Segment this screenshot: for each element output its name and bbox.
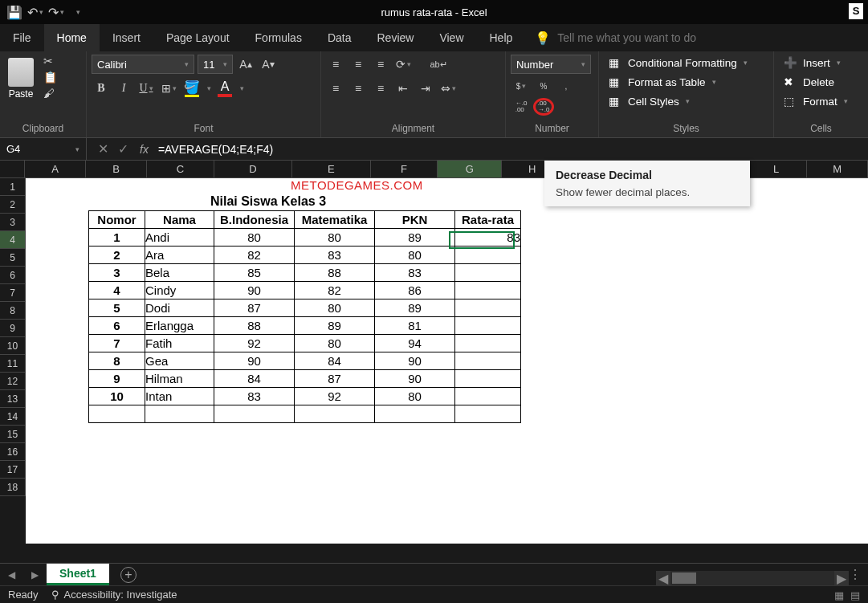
insert-cells-button[interactable]: ➕Insert▾ [779,55,853,71]
font-name-combo[interactable]: Calibri▾ [92,55,194,74]
row-header-12[interactable]: 12 [0,373,26,390]
tab-home[interactable]: Home [44,24,100,51]
format-painter-icon[interactable]: 🖌 [43,87,57,100]
scroll-right-icon[interactable]: ▶ [834,571,849,585]
tab-insert[interactable]: Insert [100,24,153,51]
conditional-formatting-button[interactable]: ▦Conditional Formatting▾ [604,55,752,71]
row-header-11[interactable]: 11 [0,355,26,373]
sheet-nav-prev-icon[interactable]: ◀ [0,569,23,581]
select-all-corner[interactable] [0,161,25,177]
percent-icon[interactable]: % [533,77,554,95]
cell-styles-button[interactable]: ▦Cell Styles▾ [604,93,752,109]
share-button[interactable]: S [849,3,863,19]
decrease-font-icon[interactable]: A▾ [259,55,278,74]
increase-indent-icon[interactable]: ⇥ [416,79,435,98]
tab-split-icon[interactable]: ⋮ [849,567,862,582]
align-right-icon[interactable]: ≡ [371,79,390,98]
tab-file[interactable]: File [0,24,44,51]
merge-center-icon[interactable]: ⇔▾ [438,79,458,98]
tab-view[interactable]: View [426,24,476,51]
tab-review[interactable]: Review [365,24,427,51]
normal-view-icon[interactable]: ▦ [834,589,844,601]
align-left-icon[interactable]: ≡ [326,79,345,98]
col-header-E[interactable]: E [292,161,370,177]
scroll-left-icon[interactable]: ◀ [656,571,670,585]
undo-icon[interactable]: ↶▾ [27,4,43,20]
qat-customize-icon[interactable]: ▾ [69,4,85,20]
copy-icon[interactable]: 📋 [43,71,57,84]
sheet-tab-active[interactable]: Sheet1 [47,564,109,585]
italic-button[interactable]: I [114,79,133,98]
row-header-13[interactable]: 13 [0,390,26,408]
enter-formula-icon[interactable]: ✓ [118,141,128,157]
number-format-combo[interactable]: Number▾ [511,55,591,74]
name-box[interactable]: G4▾ [0,138,87,160]
paste-button[interactable]: Paste [5,55,37,103]
increase-font-icon[interactable]: A▴ [236,55,255,74]
row-header-5[interactable]: 5 [0,249,26,267]
row-header-16[interactable]: 16 [0,443,26,461]
row-header-2[interactable]: 2 [0,196,26,214]
row-header-9[interactable]: 9 [0,320,26,337]
orientation-icon[interactable]: ⟳▾ [393,55,413,74]
formula-input[interactable] [158,143,868,156]
row-header-8[interactable]: 8 [0,302,26,320]
delete-cells-button[interactable]: ✖Delete [779,74,853,90]
tab-help[interactable]: Help [477,24,526,51]
col-header-F[interactable]: F [371,161,438,177]
wrap-text-icon[interactable]: ab↵ [429,55,448,74]
cells-grid[interactable]: METODEGAMES.COM Nilai Siswa Kelas 3 Nomo… [26,178,868,544]
col-header-L[interactable]: L [746,161,807,177]
horizontal-scrollbar[interactable]: ◀ ▶ [656,571,849,585]
row-header-1[interactable]: 1 [0,178,26,196]
cancel-formula-icon[interactable]: ✕ [98,141,108,157]
watermark-text: METODEGAMES.COM [291,178,423,192]
decrease-indent-icon[interactable]: ⇤ [393,79,413,98]
align-bottom-icon[interactable]: ≡ [371,55,390,74]
row-header-4[interactable]: 4 [0,231,26,249]
accessibility-status[interactable]: ⚲Accessibility: Investigate [51,589,177,601]
row-header-15[interactable]: 15 [0,426,26,443]
redo-icon[interactable]: ↷▾ [48,4,64,20]
sheet-nav-next-icon[interactable]: ▶ [23,569,47,581]
format-as-table-button[interactable]: ▦Format as Table▾ [604,74,752,90]
page-layout-view-icon[interactable]: ▤ [850,589,860,601]
row-header-10[interactable]: 10 [0,337,26,355]
row-header-6[interactable]: 6 [0,267,26,284]
row-header-17[interactable]: 17 [0,461,26,479]
col-header-C[interactable]: C [147,161,214,177]
tab-page-layout[interactable]: Page Layout [153,24,242,51]
comma-style-icon[interactable]: , [556,77,577,95]
row-header-3[interactable]: 3 [0,214,26,231]
bold-button[interactable]: B [92,79,111,98]
fill-color-button[interactable]: 🪣 [181,79,202,97]
tab-formulas[interactable]: Formulas [242,24,315,51]
row-header-7[interactable]: 7 [0,284,26,302]
add-sheet-button[interactable]: + [120,567,137,583]
underline-button[interactable]: U▾ [137,79,156,98]
tab-data[interactable]: Data [315,24,365,51]
row-headers[interactable]: 123456789101112131415161718 [0,178,26,496]
col-header-B[interactable]: B [86,161,147,177]
row-header-18[interactable]: 18 [0,479,26,496]
row-header-14[interactable]: 14 [0,408,26,426]
cut-icon[interactable]: ✂ [43,55,57,67]
accounting-format-icon[interactable]: $▾ [511,77,532,95]
col-header-A[interactable]: A [25,161,86,177]
save-icon[interactable]: 💾 [6,4,22,20]
col-header-G[interactable]: G [438,161,502,177]
decrease-decimal-icon[interactable]: .00→.0 [533,98,554,116]
col-header-M[interactable]: M [807,161,868,177]
borders-button[interactable]: ⊞▾ [159,79,178,98]
fx-icon[interactable]: fx [140,143,149,156]
align-top-icon[interactable]: ≡ [326,55,345,74]
group-label-alignment: Alignment [326,121,500,136]
tell-me-input[interactable] [557,31,766,44]
format-cells-button[interactable]: ⬚Format▾ [779,93,853,109]
col-header-D[interactable]: D [214,161,292,177]
align-center-icon[interactable]: ≡ [348,79,368,98]
font-color-button[interactable]: A [214,79,235,97]
align-middle-icon[interactable]: ≡ [348,55,368,74]
font-size-combo[interactable]: 11▾ [198,55,233,74]
increase-decimal-icon[interactable]: ←.0.00 [511,98,532,116]
